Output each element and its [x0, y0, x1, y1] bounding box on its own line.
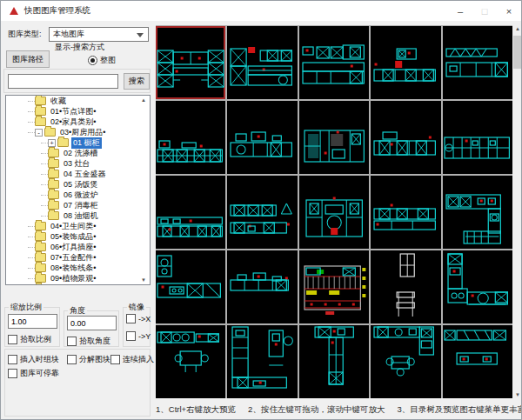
mirror-x-checkbox[interactable]: ->X	[126, 314, 151, 323]
tree-item[interactable]: 07 消毒柜	[6, 200, 150, 210]
thumbnail-cell[interactable]	[227, 101, 297, 174]
tree-item[interactable]: 05 汤饭煲	[6, 179, 150, 190]
thumbnail-cell[interactable]	[299, 325, 369, 398]
tree-connector	[28, 257, 35, 258]
explode-checkbox[interactable]: 分解图块	[67, 354, 110, 365]
thumbnail-cell[interactable]	[299, 250, 369, 323]
thumbnail-cell[interactable]	[227, 250, 297, 323]
tree-item[interactable]: 02•家具类别•	[6, 117, 150, 127]
thumbnail-cell[interactable]	[371, 325, 440, 398]
status-hint-2: 2、按住左键可拖动，滚动中键可放大	[248, 404, 385, 416]
tree-item[interactable]: 08•装饰线条•	[6, 263, 150, 273]
cad-thumbnail-drawing	[443, 325, 512, 398]
cad-thumbnail-drawing	[156, 250, 225, 323]
group-block-checkbox[interactable]: 插入时组块	[8, 354, 59, 365]
thumbnail-cell[interactable]	[371, 101, 440, 174]
mirror-y-label: ->Y	[138, 332, 151, 341]
expand-icon[interactable]: +	[48, 139, 56, 147]
thumbnail-cell[interactable]	[443, 250, 512, 323]
tree-item[interactable]: 06•灯具插座•	[6, 242, 150, 252]
tree-item[interactable]: 07•五金配件•	[6, 252, 150, 263]
tree-item[interactable]: 收藏	[6, 96, 150, 106]
folder-icon	[35, 117, 46, 126]
checkbox-icon	[8, 335, 17, 344]
cad-thumbnail-drawing	[227, 101, 297, 174]
library-type-select[interactable]: 本地图库	[49, 27, 149, 42]
tree-item[interactable]: 08 油烟机	[6, 210, 150, 221]
tree-scroll-down-icon[interactable]: ▼	[138, 277, 149, 283]
maximize-button[interactable]: □	[472, 1, 497, 21]
thumbnail-cell[interactable]	[443, 101, 512, 174]
scroll-up-icon[interactable]: ▲	[512, 26, 522, 31]
thumbnail-cell[interactable]	[371, 176, 440, 249]
thumbnail-cell[interactable]	[156, 176, 225, 249]
tree-connector	[41, 216, 48, 217]
thumbnail-cell[interactable]	[443, 176, 512, 249]
thumbnail-cell[interactable]	[371, 26, 440, 99]
tree-item[interactable]: 05•装饰成品•	[6, 231, 150, 242]
scroll-down-icon[interactable]: ▼	[512, 392, 522, 397]
folder-icon	[35, 263, 46, 272]
category-tree[interactable]: 收藏01•节点详图•02•家具类别•-03•厨房用品•+01 橱柜02 洗涤槽0…	[5, 95, 151, 285]
scale-input[interactable]	[8, 314, 57, 329]
minimize-button[interactable]: –	[448, 1, 472, 21]
thumbnail-cell[interactable]	[299, 176, 369, 249]
tree-connector	[28, 122, 35, 123]
close-button[interactable]: ×	[497, 1, 521, 21]
thumbnail-cell[interactable]	[227, 26, 297, 99]
tree-item[interactable]: 10•电器类别•	[6, 283, 150, 285]
tree-item[interactable]: 02 洗涤槽	[6, 148, 150, 158]
tree-scroll-up-icon[interactable]: ▲	[138, 97, 149, 103]
cad-thumbnail-drawing	[227, 325, 297, 398]
thumbnail-cell[interactable]	[156, 101, 225, 174]
whole-image-radio[interactable]: 整图	[88, 55, 116, 66]
tree-connector	[28, 278, 35, 279]
folder-icon	[48, 180, 59, 189]
scrollbar-thumb[interactable]	[513, 36, 522, 69]
tree-item[interactable]: +01 橱柜	[6, 137, 150, 148]
tree-item[interactable]: 03 灶台	[6, 158, 150, 169]
folder-icon	[35, 253, 46, 262]
library-path-button[interactable]: 图库路径	[6, 50, 50, 68]
thumbnail-cell[interactable]	[443, 325, 512, 398]
continuous-insert-checkbox[interactable]: 连续插入	[110, 354, 154, 365]
tree-connector	[28, 226, 35, 227]
thumbnail-cell[interactable]	[227, 325, 297, 398]
tree-connector	[41, 163, 48, 164]
library-type-value: 本地图库	[53, 29, 84, 40]
folder-icon	[35, 222, 46, 230]
scale-label: 缩放比例	[9, 302, 44, 313]
thumbnail-cell[interactable]	[371, 250, 440, 323]
thumbnail-cell[interactable]	[156, 325, 225, 398]
title-bar[interactable]: 快图图库管理系统 – □ ×	[1, 1, 521, 21]
cad-thumbnail-drawing	[299, 101, 369, 174]
tree-item[interactable]: 01•节点详图•	[6, 106, 150, 117]
collapse-icon[interactable]: -	[35, 129, 43, 137]
thumbnail-cell[interactable]	[227, 176, 297, 249]
thumbnail-cell[interactable]	[156, 250, 225, 323]
tree-item[interactable]: 04 五金盛器	[6, 169, 150, 179]
tree-item[interactable]: 09•植物景观•	[6, 273, 150, 283]
tree-item[interactable]: 06 微波炉	[6, 190, 150, 200]
mirror-y-checkbox[interactable]: ->Y	[126, 331, 151, 341]
explode-label: 分解图块	[79, 354, 110, 365]
dockable-label: 图库可停靠	[20, 368, 59, 379]
search-input[interactable]	[8, 74, 118, 89]
thumbnail-cell[interactable]	[299, 101, 369, 174]
angle-input[interactable]	[67, 316, 117, 330]
pick-scale-checkbox[interactable]: 拾取比例	[8, 334, 51, 345]
search-button[interactable]: 搜索	[124, 73, 150, 90]
pick-angle-checkbox[interactable]: 拾取角度	[67, 336, 110, 347]
thumbnail-cell[interactable]	[299, 26, 369, 99]
tree-connector	[41, 143, 48, 143]
tree-connector	[28, 132, 35, 133]
cad-thumbnail-drawing	[371, 250, 440, 323]
thumbnail-cell-selected[interactable]	[156, 26, 225, 99]
tree-item[interactable]: 04•卫生间类•	[6, 221, 150, 231]
status-bar: 1、Ctrl+右键放大预览 2、按住左键可拖动，滚动中键可放大 3、目录树及预览…	[156, 401, 521, 418]
thumbnail-cell[interactable]	[443, 26, 512, 99]
grid-scrollbar[interactable]: ▲ ▼	[512, 25, 522, 398]
dockable-checkbox[interactable]: 图库可停靠	[8, 368, 59, 379]
tree-item[interactable]: -03•厨房用品•	[6, 127, 150, 137]
checkbox-icon	[8, 369, 17, 378]
